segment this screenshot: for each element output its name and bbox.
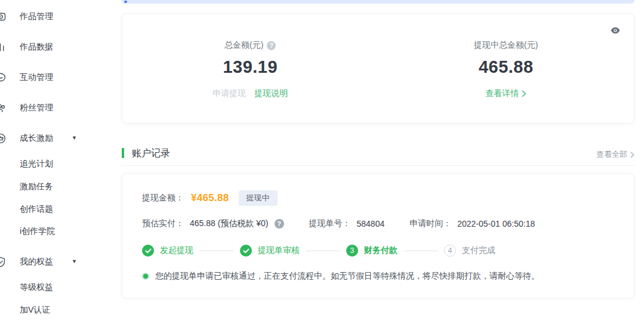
step-label: 财务付款 bbox=[364, 245, 398, 256]
chat-smile-icon bbox=[0, 72, 7, 84]
apply-time-value: 2022-05-01 06:50:18 bbox=[457, 219, 535, 229]
section-marker bbox=[122, 148, 124, 158]
order-number-value: 584804 bbox=[357, 219, 385, 229]
apply-time-group: 申请时间： 2022-05-01 06:50:18 bbox=[409, 218, 535, 229]
section-divider bbox=[122, 165, 634, 166]
step-number: 3 bbox=[346, 245, 358, 257]
withdraw-amount-label: 提现金额： bbox=[142, 193, 184, 203]
sidebar-item-label: 激励任务 bbox=[20, 181, 53, 191]
sidebar-item-label: 成长激励 bbox=[20, 133, 53, 143]
chevron-down-icon[interactable] bbox=[72, 255, 77, 267]
sidebar-item-v-verification[interactable]: 加V认证 bbox=[0, 304, 107, 316]
step-label: 发起提现 bbox=[160, 245, 193, 256]
withdrawing-amount-label: 提现中总金额(元) bbox=[474, 40, 538, 51]
apply-withdraw-button[interactable]: 申请提现 bbox=[212, 88, 246, 99]
total-amount-value: 139.19 bbox=[223, 57, 278, 77]
sidebar-item-label: 追光计划 bbox=[20, 159, 53, 168]
step-4: 4支付完成 bbox=[444, 245, 495, 257]
withdrawing-amount-value: 465.88 bbox=[479, 57, 534, 77]
step-2: 提现单审核 bbox=[240, 245, 300, 257]
chevron-down-icon[interactable] bbox=[72, 132, 77, 144]
sidebar-item-interaction-management[interactable]: 互动管理 bbox=[0, 71, 107, 83]
help-icon[interactable] bbox=[275, 219, 284, 229]
view-all-link[interactable]: 查看全部 bbox=[596, 149, 634, 160]
help-icon[interactable] bbox=[267, 41, 276, 50]
sidebar-item-fans-management[interactable]: 粉丝管理 bbox=[0, 101, 107, 113]
withdraw-amount-value: ¥465.88 bbox=[191, 192, 229, 204]
order-number-group: 提现单号： 584804 bbox=[309, 218, 385, 229]
sidebar-item-icreation-academy[interactable]: i创作学院 bbox=[0, 225, 107, 237]
chevron-right-icon bbox=[522, 90, 526, 97]
total-amount-block: 总金额(元) 139.19 申请提现 提现说明 bbox=[122, 14, 378, 123]
users-icon bbox=[0, 102, 7, 114]
progress-steps: 发起提现提现单审核3财务付款4支付完成 bbox=[142, 245, 614, 257]
sidebar-item-works-data[interactable]: 作品数据 bbox=[0, 41, 107, 53]
sidebar-item-label: 作品管理 bbox=[20, 11, 53, 21]
account-records-header: 账户记录 查看全部 bbox=[122, 147, 634, 160]
view-details-label: 查看详情 bbox=[485, 88, 519, 99]
estimated-payment-group: 预估实付： 465.88 (预估税款 ¥0) bbox=[142, 218, 284, 229]
record-amount-row: 提现金额： ¥465.88 提现中 bbox=[142, 190, 614, 206]
sidebar-item-label: 作品数据 bbox=[20, 42, 53, 51]
notice-banner bbox=[122, 0, 634, 4]
status-message: 您的提现单申请已审核通过，正在支付流程中。如无节假日等特殊情况，将尽快排期打款，… bbox=[155, 271, 540, 282]
order-number-label: 提现单号： bbox=[309, 218, 351, 229]
notice-banner-icon bbox=[124, 1, 127, 3]
wallet-summary-card: 总金额(元) 139.19 申请提现 提现说明 提现中总金额(元) 465.88… bbox=[122, 13, 634, 124]
sidebar-nav: 作品管理作品数据互动管理粉丝管理成长激励追光计划激励任务创作话题i创作学院我的权… bbox=[0, 0, 111, 321]
sidebar-item-label: 我的权益 bbox=[20, 257, 53, 266]
sidebar-item-label: 等级权益 bbox=[20, 282, 53, 292]
withdrawing-amount-block: 提现中总金额(元) 465.88 查看详情 bbox=[378, 14, 634, 123]
eye-icon[interactable] bbox=[611, 27, 620, 34]
step-1: 发起提现 bbox=[142, 245, 193, 257]
sidebar-item-label: 互动管理 bbox=[20, 72, 53, 82]
status-dot-icon bbox=[142, 273, 149, 280]
step-label: 提现单审核 bbox=[258, 245, 300, 256]
bar-chart-icon bbox=[0, 41, 7, 53]
view-all-label: 查看全部 bbox=[596, 149, 627, 160]
sidebar-item-label: 创作话题 bbox=[20, 204, 53, 214]
sidebar-item-incentive-tasks[interactable]: 激励任务 bbox=[0, 180, 107, 192]
sidebar-item-label: i创作学院 bbox=[20, 226, 55, 236]
sidebar-item-my-benefits[interactable]: 我的权益 bbox=[0, 255, 107, 267]
step-label: 支付完成 bbox=[462, 245, 495, 256]
account-records-title: 账户记录 bbox=[132, 147, 170, 160]
sidebar-item-label: 粉丝管理 bbox=[20, 103, 53, 112]
sidebar-item-label: 加V认证 bbox=[20, 305, 50, 314]
estimated-payment-value: 465.88 (预估税款 ¥0) bbox=[190, 218, 269, 229]
chevron-right-icon bbox=[630, 152, 634, 158]
step-number: 4 bbox=[444, 245, 456, 257]
step-3: 3财务付款 bbox=[346, 245, 398, 257]
shield-check-icon bbox=[0, 256, 7, 268]
status-badge: 提现中 bbox=[239, 190, 278, 206]
step-connector bbox=[404, 251, 437, 251]
play-square-icon bbox=[0, 11, 7, 23]
sidebar-item-light-chasing-plan[interactable]: 追光计划 bbox=[0, 158, 107, 169]
sidebar-item-level-benefits[interactable]: 等级权益 bbox=[0, 281, 107, 293]
status-message-row: 您的提现单申请已审核通过，正在支付流程中。如无节假日等特殊情况，将尽快排期打款，… bbox=[142, 271, 614, 282]
total-amount-label: 总金额(元) bbox=[224, 40, 263, 51]
step-connector bbox=[306, 251, 340, 251]
withdraw-instructions-link[interactable]: 提现说明 bbox=[254, 88, 288, 99]
sidebar-item-growth-incentive[interactable]: 成长激励 bbox=[0, 132, 107, 144]
estimated-payment-label: 预估实付： bbox=[142, 218, 184, 229]
check-icon bbox=[142, 245, 154, 257]
withdrawal-record-card: 提现金额： ¥465.88 提现中 预估实付： 465.88 (预估税款 ¥0)… bbox=[122, 173, 634, 298]
medal-crown-icon bbox=[0, 132, 7, 144]
sidebar-item-creation-topics[interactable]: 创作话题 bbox=[0, 203, 107, 215]
sidebar-item-works-management[interactable]: 作品管理 bbox=[0, 10, 107, 22]
record-detail-row: 预估实付： 465.88 (预估税款 ¥0) 提现单号： 584804 申请时间… bbox=[142, 218, 614, 229]
apply-time-label: 申请时间： bbox=[409, 218, 451, 229]
check-icon bbox=[240, 245, 252, 257]
view-details-link[interactable]: 查看详情 bbox=[485, 88, 526, 99]
step-connector bbox=[200, 251, 233, 251]
